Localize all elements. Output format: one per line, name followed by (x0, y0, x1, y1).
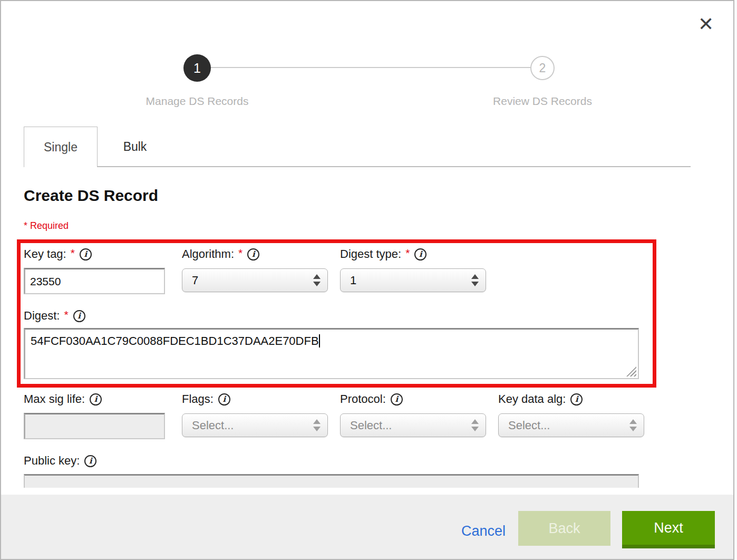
algorithm-select[interactable]: 7 (182, 268, 328, 292)
protocol-label: Protocol: i (340, 392, 403, 406)
algorithm-label: Algorithm: * i (182, 247, 259, 261)
algorithm-required-asterisk: * (238, 247, 243, 259)
select-spinner-icon (471, 274, 479, 286)
public-key-label-text: Public key: (24, 454, 80, 468)
step-1-circle: 1 (183, 54, 211, 82)
step-2-number: 2 (539, 61, 546, 75)
flags-info-icon[interactable]: i (218, 393, 230, 405)
digest-type-label-text: Digest type: (340, 247, 401, 261)
protocol-select-value: Select... (350, 419, 471, 432)
stepper-connector-line (197, 67, 542, 68)
digest-info-icon[interactable]: i (73, 310, 85, 322)
digest-label-text: Digest: (24, 309, 60, 323)
key-data-alg-label: Key data alg: i (498, 392, 583, 406)
tab-bulk-label: Bulk (123, 140, 147, 154)
page-title: Create DS Record (24, 187, 158, 205)
select-spinner-icon (629, 419, 637, 431)
flags-label-text: Flags: (182, 392, 214, 406)
digest-type-info-icon[interactable]: i (414, 248, 426, 260)
step-2-label: Review DS Records (450, 95, 635, 108)
key-data-alg-label-text: Key data alg: (498, 392, 566, 406)
digest-textarea-value: 54FCF030AA1C79C0088FDEC1BD1C37DAA2E70DFB (31, 334, 319, 347)
max-sig-life-label-text: Max sig life: (24, 392, 85, 406)
tab-single-label: Single (44, 140, 77, 155)
algorithm-info-icon[interactable]: i (247, 248, 259, 260)
key-tag-required-asterisk: * (71, 247, 75, 259)
next-button[interactable]: Next (622, 511, 715, 548)
digest-required-asterisk: * (64, 308, 68, 321)
digest-type-label: Digest type: * i (340, 247, 426, 261)
public-key-info-icon[interactable]: i (84, 455, 96, 467)
digest-textarea[interactable]: 54FCF030AA1C79C0088FDEC1BD1C37DAA2E70DFB (24, 328, 639, 379)
close-icon[interactable]: ✕ (698, 15, 714, 34)
key-data-alg-info-icon[interactable]: i (570, 393, 583, 405)
key-tag-label: Key tag: * i (24, 247, 92, 261)
create-ds-record-modal: ✕ 1 2 Manage DS Records Review DS Record… (0, 0, 734, 560)
max-sig-life-input[interactable] (24, 413, 165, 439)
algorithm-label-text: Algorithm: (182, 247, 234, 261)
required-note: * Required (24, 220, 69, 231)
step-2-circle: 2 (530, 56, 555, 80)
step-1-label: Manage DS Records (105, 95, 289, 108)
back-button[interactable]: Back (518, 511, 610, 546)
protocol-info-icon[interactable]: i (391, 393, 403, 405)
protocol-label-text: Protocol: (340, 392, 386, 406)
max-sig-life-label: Max sig life: i (24, 392, 102, 406)
digest-label: Digest: * i (24, 309, 85, 323)
digest-type-required-asterisk: * (405, 247, 410, 259)
public-key-textarea[interactable] (24, 474, 639, 488)
key-tag-input[interactable] (24, 268, 165, 294)
flags-select[interactable]: Select... (182, 413, 328, 437)
select-spinner-icon (313, 419, 321, 431)
flags-label: Flags: i (182, 392, 230, 406)
key-data-alg-select[interactable]: Select... (498, 413, 644, 437)
digest-type-select-value: 1 (350, 274, 471, 287)
public-key-label: Public key: i (24, 454, 96, 468)
text-cursor (319, 334, 320, 347)
flags-select-value: Select... (192, 419, 313, 432)
tab-single[interactable]: Single (24, 127, 98, 167)
algorithm-select-value: 7 (192, 274, 313, 287)
tab-bulk[interactable]: Bulk (98, 127, 172, 167)
select-spinner-icon (471, 419, 479, 431)
digest-type-select[interactable]: 1 (340, 268, 486, 292)
key-tag-info-icon[interactable]: i (80, 248, 92, 260)
cancel-button[interactable]: Cancel (461, 523, 506, 539)
key-data-alg-select-value: Select... (508, 419, 629, 432)
key-tag-label-text: Key tag: (24, 247, 66, 261)
select-spinner-icon (313, 274, 321, 286)
resize-handle-icon[interactable] (626, 366, 636, 376)
max-sig-life-info-icon[interactable]: i (90, 393, 102, 405)
step-1-number: 1 (193, 61, 201, 76)
protocol-select[interactable]: Select... (340, 413, 486, 437)
